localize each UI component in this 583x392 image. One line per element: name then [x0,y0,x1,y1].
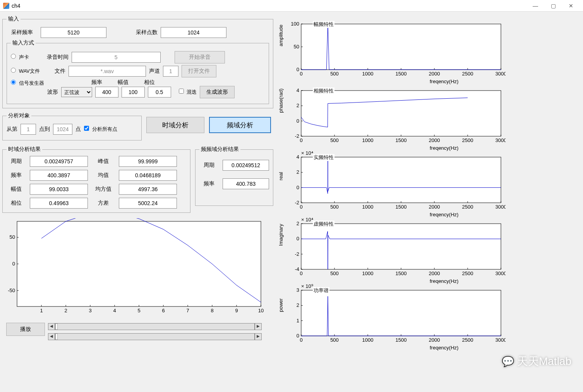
channel-input[interactable] [163,66,178,77]
freq-value [30,170,88,181]
svg-text:2000: 2000 [429,71,440,77]
mean-value [119,170,177,181]
svg-text:1500: 1500 [396,71,407,77]
svg-text:3: 3 [297,287,299,293]
sample-points-label: 采样点数 [136,29,158,36]
svg-text:2000: 2000 [429,204,440,210]
svg-text:1000: 1000 [362,204,374,210]
svg-rect-48 [301,91,501,136]
svg-text:3000: 3000 [496,270,506,276]
svg-text:10: 10 [258,308,264,313]
svg-text:2: 2 [64,308,67,313]
play-button[interactable]: 播放 [6,323,45,336]
analysis-target-legend: 分析对象 [7,112,31,119]
amp-label: 幅值 [111,79,135,86]
maximize-button[interactable]: ▢ [544,0,562,12]
freq-period-value [223,160,269,171]
freq-results-legend: 频频域分析结果 [199,146,240,153]
mix-checkbox[interactable]: 混迭 [179,89,197,96]
freq-label: 频率 [85,79,108,86]
time-waveform-chart: 12345678910-50050 [2,218,273,319]
svg-text:3000: 3000 [496,137,506,143]
svg-text:4: 4 [113,308,116,313]
freq-plot-5: 0500100015002000250030000123功率谱× 10⁹powe… [277,283,581,349]
svg-text:500: 500 [330,337,339,343]
svg-text:-50: -50 [8,288,15,293]
svg-text:0: 0 [300,137,302,143]
time-results-legend: 时域分析结果 [7,146,42,153]
svg-text:4: 4 [297,87,299,93]
generator-radio[interactable]: 信号发生器 [11,80,44,87]
svg-text:1500: 1500 [396,137,407,143]
wave-label: 波形 [47,89,58,96]
soundcard-radio[interactable]: 声卡 [11,54,29,61]
generate-button[interactable]: 生成波形 [200,86,235,98]
from-input[interactable] [21,124,36,135]
svg-text:0: 0 [12,261,15,267]
phase-value [30,198,88,209]
svg-text:1500: 1500 [396,204,407,210]
peak-value [119,156,177,167]
svg-text:1000: 1000 [362,337,374,343]
phase-input[interactable] [148,87,171,98]
svg-rect-27 [301,24,501,70]
file-input[interactable] [69,66,146,77]
from-suffix: 点到 [39,126,50,133]
analyze-all-checkbox[interactable]: 分析所有点 [84,126,117,133]
sample-points-input[interactable] [161,27,226,38]
svg-rect-94 [301,224,501,269]
scrollbar-2[interactable]: ◀▶ [48,333,262,341]
svg-text:2500: 2500 [462,270,473,276]
svg-text:6: 6 [162,308,165,313]
svg-text:0: 0 [300,337,302,343]
scrollbar-1[interactable]: ◀▶ [48,323,262,330]
svg-text:0: 0 [297,333,299,339]
svg-text:0: 0 [297,236,299,241]
sample-rate-input[interactable] [41,27,106,38]
svg-text:-2: -2 [295,133,299,139]
rec-time-input[interactable] [72,52,161,63]
open-file-button[interactable]: 打开文件 [182,65,216,77]
svg-rect-117 [301,290,501,336]
input-method-legend: 输入方式 [11,39,36,46]
amp-input[interactable] [122,87,145,98]
close-button[interactable]: ✕ [562,0,580,12]
svg-text:500: 500 [330,204,339,210]
svg-text:0: 0 [297,185,299,190]
svg-text:1000: 1000 [362,137,374,143]
amp-value [30,184,88,195]
to-suffix: 点 [75,126,81,133]
file-label: 文件 [55,68,65,75]
svg-text:-2: -2 [295,251,299,257]
minimize-button[interactable]: — [526,0,544,12]
freq-analysis-button[interactable]: 频域分析 [209,117,271,133]
input-legend: 输入 [7,15,21,22]
channel-label: 声道 [149,68,160,75]
svg-text:1500: 1500 [396,337,407,343]
freq-plot-1: 050010001500200025003000050100幅频特性amplit… [277,17,581,83]
svg-text:2000: 2000 [429,337,440,343]
wave-select[interactable]: 正弦波 [61,87,92,97]
svg-text:2000: 2000 [429,137,440,143]
time-analysis-button[interactable]: 时域分析 [146,117,204,133]
app-icon [3,3,9,9]
freq-plot-4: 050010001500200025003000-4-202虚频特性× 10⁴I… [277,217,581,282]
svg-text:4: 4 [297,154,299,160]
svg-text:1500: 1500 [396,270,407,276]
var-value [119,198,177,209]
period-value [30,156,88,167]
freq-plot-3: 050010001500200025003000-2024实频特性× 10⁴re… [277,150,581,216]
phase-label: 相位 [138,79,161,86]
freq-input[interactable] [95,87,118,98]
svg-text:-2: -2 [295,200,299,205]
time-results-panel: 时域分析结果 周期 峰值 频率 均值 幅值 均方值 相位 方差 [2,146,190,213]
start-record-button[interactable]: 开始录音 [175,51,225,63]
wav-radio[interactable]: WAV文件 [11,68,40,75]
freq-results-panel: 频频域分析结果 周期 频率 [195,146,273,206]
svg-rect-71 [301,157,501,203]
svg-text:0: 0 [300,270,302,276]
to-input[interactable] [53,124,72,135]
svg-text:3: 3 [89,308,91,313]
svg-text:0: 0 [297,118,299,124]
svg-text:0: 0 [300,204,302,210]
